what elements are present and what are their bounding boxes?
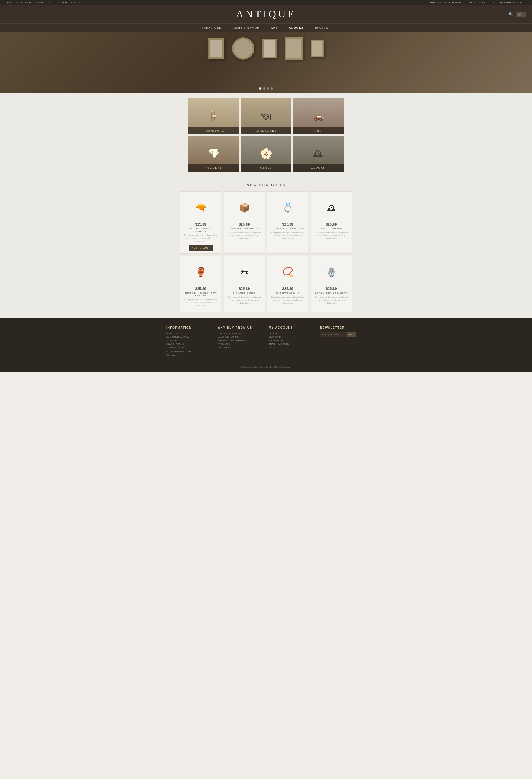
footer-help[interactable]: HELP <box>269 346 314 349</box>
twitter-icon[interactable]: 𝕏 <box>320 340 322 342</box>
clocks-label: CLOCKS <box>293 164 344 172</box>
newsletter-submit-button[interactable]: GO! <box>348 332 356 337</box>
top-bar: HOME MY ACCOUNT MY WISHLIST CHECKOUT LOG… <box>0 0 532 5</box>
search-button[interactable]: 🔍 <box>509 12 513 16</box>
cart-count: 0 <box>523 13 524 16</box>
hero-inner <box>0 32 532 93</box>
product-price-4: $25.89 <box>326 222 337 226</box>
product-price-5: $25.89 <box>195 287 206 291</box>
product-image-6: 🗝 <box>226 259 262 284</box>
footer-my-account: MY ACCOUNT SIGN IN VIEW CART MY WISHLIST… <box>269 326 314 357</box>
nav-jewelry[interactable]: JEWELRY <box>315 26 331 29</box>
footer-grid: INFORMATION ABOUT US CUSTOMER SERVICE SI… <box>166 326 366 357</box>
add-to-cart-button-1[interactable]: ADD TO CART <box>189 245 213 250</box>
header-icons: 🔍 🛒 0 <box>509 12 526 17</box>
hero-dot-4[interactable] <box>271 87 273 89</box>
footer-group-sales[interactable]: GROUP SALES <box>218 346 263 349</box>
language-selector[interactable]: YOUR LANGUAGE: ENGLISH <box>490 1 524 4</box>
home-link[interactable]: HOME <box>6 1 13 4</box>
nav-clocks[interactable]: CLOCKS <box>289 26 303 29</box>
facebook-icon[interactable]: f <box>324 340 324 342</box>
rss-icon[interactable]: ⊕ <box>327 340 329 342</box>
product-image-8: 🪬 <box>313 259 349 284</box>
product-name-7: EXCEPTEUR SINT <box>276 292 299 294</box>
hero-dots <box>259 87 273 89</box>
product-card-5: 🏺 $25.89 TEMPOR INCIDIDUNT UT LABORE Exc… <box>180 256 221 313</box>
social-icons: 𝕏 f ⊕ <box>320 340 366 343</box>
product-desc-3: Excepteur sint occaecat cupidatat non pr… <box>270 231 306 241</box>
art-label: ART <box>293 127 344 134</box>
category-card-jewelry[interactable]: 💎 JEWELRY <box>188 135 239 172</box>
footer-site-map[interactable]: SITE MAP <box>166 339 212 342</box>
hero-dot-1[interactable] <box>259 87 261 89</box>
footer-why-buy: WHY BUY FROM US SHIPPING & RETURNS SECUR… <box>218 326 263 357</box>
category-card-glass[interactable]: 🌸 GLASS <box>240 135 292 172</box>
footer-about-us[interactable]: ABOUT US <box>166 332 212 335</box>
footer-newsletter-title: NEWSLETTER <box>320 326 366 329</box>
footer-orders-returns[interactable]: ORDERS AND RETURNS <box>166 350 212 353</box>
footer-sign-in[interactable]: SIGN IN <box>269 332 314 335</box>
product-card-7: 📿 $25.89 EXCEPTEUR SINT Excepteur sint o… <box>267 256 308 313</box>
product-price-3: $25.89 <box>282 222 293 226</box>
footer-advanced-search[interactable]: ADVANCED SEARCH <box>166 346 212 349</box>
nav-divider-1: | <box>226 26 227 29</box>
nav-arms-armor[interactable]: ARMS & ARMOR <box>232 26 259 29</box>
welcome-text: Welcome to our online store! <box>429 1 461 4</box>
product-name-4: SED DO EIUSMOD <box>319 228 343 230</box>
wishlist-link[interactable]: MY WISHLIST <box>36 1 52 4</box>
footer: INFORMATION ABOUT US CUSTOMER SERVICE SI… <box>0 318 532 372</box>
nav-furniture[interactable]: FURNITURE <box>202 26 221 29</box>
product-price-1: $25.89 <box>195 222 206 226</box>
product-image-4: 🕰 <box>313 195 349 220</box>
login-link[interactable]: LOG IN <box>71 1 80 4</box>
product-desc-4: Excepteur sint occaecat cupidatat non pr… <box>313 231 349 241</box>
footer-copyright: © Copyright Antique Store 2014. All Righ… <box>6 363 526 368</box>
jewelry-label: JEWELRY <box>188 164 239 172</box>
newsletter-email-input[interactable] <box>320 332 348 337</box>
cart-icon: 🛒 <box>518 13 522 16</box>
footer-view-cart[interactable]: VIEW CART <box>269 336 314 338</box>
footer-my-wishlist[interactable]: MY WISHLIST <box>269 339 314 342</box>
product-desc-6: Excepteur sint occaecat cupidatat non pr… <box>226 295 262 305</box>
category-card-tableware[interactable]: 🍽 TABLEWARE <box>240 98 292 134</box>
nav-divider-2: | <box>264 26 265 29</box>
product-card-4: 🕰 $25.89 SED DO EIUSMOD Excepteur sint o… <box>311 191 352 253</box>
nav-divider-4: | <box>309 26 309 29</box>
footer-shipping-returns[interactable]: SHIPPING & RETURNS <box>218 332 263 335</box>
currency-selector[interactable]: CURRENCY: USD <box>464 1 485 4</box>
top-bar-nav: HOME MY ACCOUNT MY WISHLIST CHECKOUT LOG… <box>6 1 82 4</box>
footer-affiliates[interactable]: AFFILIATES <box>218 343 263 345</box>
product-desc-2: Excepteur sint occaecat cupidatat non pr… <box>226 231 262 241</box>
product-desc-7: Excepteur sint occaecat cupidatat non pr… <box>270 295 306 305</box>
footer-my-account-title: MY ACCOUNT <box>269 326 314 329</box>
footer-customer-service[interactable]: CUSTOMER SERVICE <box>166 336 212 338</box>
footer-secure-shopping[interactable]: SECURE SHOPPING <box>218 336 263 338</box>
product-price-8: $25.89 <box>326 287 337 291</box>
account-link[interactable]: MY ACCOUNT <box>16 1 33 4</box>
category-grid: 🪑 FURNITURE 🍽 TABLEWARE 🚗 ART 💎 JEWELRY … <box>188 98 344 172</box>
footer-track-order[interactable]: TRACK MY ORDER <box>269 343 314 345</box>
product-name-5: TEMPOR INCIDIDUNT UT LABORE <box>183 292 219 297</box>
footer-search-terms[interactable]: SEARCH TERMS <box>166 343 212 345</box>
category-card-art[interactable]: 🚗 ART <box>293 98 344 134</box>
footer-newsletter: NEWSLETTER GO! 𝕏 f ⊕ <box>320 326 366 357</box>
product-price-7: $25.89 <box>282 287 293 291</box>
product-name-3: CTETUR ADIPISCING ELI <box>272 228 304 230</box>
cart-button[interactable]: 🛒 0 <box>516 12 526 17</box>
product-name-1: EXCEPTEUR SINT OCCAECAT <box>183 228 219 233</box>
product-price-2: $25.89 <box>239 222 250 226</box>
hero-banner <box>0 32 532 93</box>
category-card-clocks[interactable]: 🕰 CLOCKS <box>293 135 344 172</box>
product-image-5: 🏺 <box>183 259 219 284</box>
hero-dot-2[interactable] <box>263 87 265 89</box>
nav-art[interactable]: ART <box>271 26 277 29</box>
checkout-link[interactable]: CHECKOUT <box>55 1 69 4</box>
product-image-2: 📦 <box>226 195 262 220</box>
product-desc-5: Excepteur sint occaecat cupidatat non pr… <box>183 298 219 307</box>
footer-contact[interactable]: CONTACT <box>166 354 212 356</box>
category-card-furniture[interactable]: 🪑 FURNITURE <box>188 98 239 134</box>
footer-international-shipping[interactable]: INTERNATIONAL SHIPPING <box>218 339 263 342</box>
product-price-6: $25.89 <box>239 287 250 291</box>
product-card-1: 🔫 $25.89 EXCEPTEUR SINT OCCAECAT Excepte… <box>180 191 221 253</box>
hero-dot-3[interactable] <box>267 87 269 89</box>
